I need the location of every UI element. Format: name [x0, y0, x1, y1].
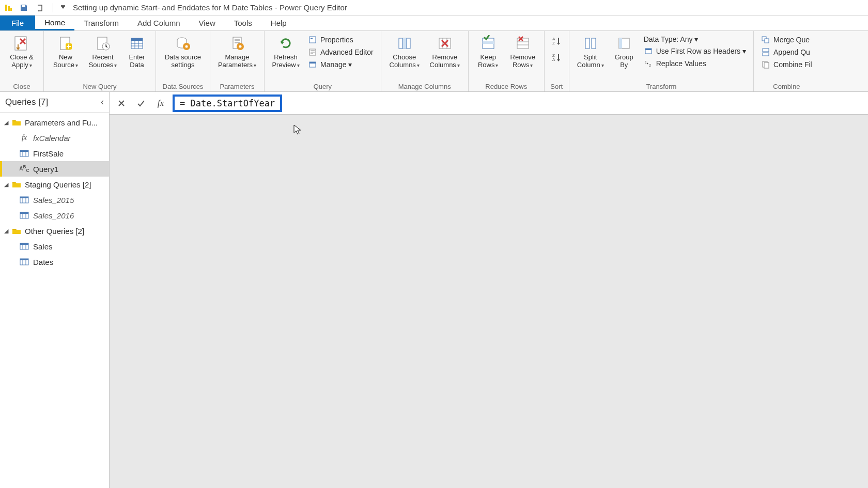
replace-values-icon: 12 [644, 59, 653, 68]
queries-pane: Queries [7] ‹ ◢Parameters and Fu...fxfxC… [0, 92, 110, 488]
tree-folder-label: Other Queries [2] [25, 227, 84, 235]
append-queries-button[interactable]: Append Qu [758, 46, 815, 58]
merge-queries-button[interactable]: Merge Que [758, 34, 815, 45]
properties-label: Properties [320, 36, 353, 44]
confirm-formula-button[interactable] [133, 96, 149, 111]
svg-rect-30 [309, 62, 316, 64]
refresh-preview-label: RefreshPreview▾ [272, 54, 299, 69]
recent-sources-label: RecentSources▾ [89, 54, 117, 69]
replace-values-button[interactable]: 12 Replace Values [641, 58, 749, 69]
fx-button[interactable]: fx [153, 96, 168, 111]
tree-item[interactable]: Sales_2016 [0, 208, 109, 223]
query-type-icon [19, 195, 30, 204]
remove-columns-button[interactable]: RemoveColumns▾ [426, 33, 464, 70]
group-query-label: Query [269, 82, 377, 90]
tab-file[interactable]: File [0, 15, 35, 30]
svg-rect-24 [311, 38, 313, 39]
app-icon [2, 2, 14, 14]
svg-rect-32 [402, 38, 407, 49]
query-type-icon [19, 149, 30, 158]
enter-data-button[interactable]: EnterData [122, 33, 151, 70]
tree-item[interactable]: Sales [0, 239, 109, 254]
choose-columns-label: ChooseColumns▾ [390, 54, 420, 69]
svg-rect-10 [131, 38, 143, 41]
data-source-settings-button[interactable]: Data sourcesettings [160, 33, 206, 70]
tree-item-label: Sales_2015 [33, 196, 74, 204]
merge-icon [761, 35, 770, 44]
group-reduce-rows-label: Reduce Rows [473, 82, 540, 90]
collapse-queries-button[interactable]: ‹ [101, 97, 104, 107]
tab-tools[interactable]: Tools [225, 15, 261, 30]
manage-parameters-icon [228, 34, 246, 53]
combine-files-button[interactable]: Combine Fil [758, 59, 815, 70]
svg-rect-48 [592, 38, 596, 49]
advanced-editor-button[interactable]: Advanced Editor [305, 46, 377, 58]
undo-button[interactable] [34, 2, 47, 14]
tree-item-label: Sales_2016 [33, 211, 74, 220]
data-source-settings-label: Data sourcesettings [165, 54, 201, 69]
tab-view[interactable]: View [190, 15, 225, 30]
data-type-label: Data Type: Any ▾ [644, 35, 699, 43]
tree-folder[interactable]: ◢Parameters and Fu... [0, 115, 109, 130]
svg-text:1: 1 [645, 60, 647, 64]
group-transform: SplitColumn▾ GroupBy Data Type: Any ▾ Us… [569, 31, 754, 91]
group-sort: AZ ZA Sort [545, 31, 569, 91]
preview-canvas [110, 115, 868, 488]
tree-item[interactable]: FirstSale [0, 146, 109, 161]
cancel-formula-button[interactable] [114, 96, 129, 111]
tree-item[interactable]: ABCQuery1 [0, 161, 109, 177]
group-transform-label: Transform [574, 82, 749, 90]
main-area: fx = Date.StartOfYear [110, 92, 868, 488]
new-source-button[interactable]: NewSource▾ [48, 33, 83, 70]
recent-sources-button[interactable]: RecentSources▾ [85, 33, 120, 70]
manage-button[interactable]: Manage ▾ [305, 59, 377, 70]
cursor-icon [293, 124, 302, 135]
choose-columns-icon [395, 34, 414, 53]
tree-item[interactable]: fxfxCalendar [0, 130, 109, 146]
keep-rows-button[interactable]: KeepRows▾ [473, 33, 504, 70]
choose-columns-button[interactable]: ChooseColumns▾ [385, 33, 424, 70]
split-column-button[interactable]: SplitColumn▾ [574, 33, 608, 70]
query-type-icon [19, 242, 30, 251]
group-by-button[interactable]: GroupBy [610, 33, 639, 70]
group-new-query: NewSource▾ RecentSources▾ EnterData New … [44, 31, 156, 91]
group-data-sources-label: Data Sources [160, 82, 206, 90]
recent-sources-icon [94, 34, 112, 53]
tree-folder[interactable]: ◢Other Queries [2] [0, 223, 109, 239]
first-row-headers-button[interactable]: Use First Row as Headers ▾ [641, 45, 749, 57]
manage-parameters-button[interactable]: ManageParameters▾ [214, 33, 260, 70]
group-reduce-rows: KeepRows▾ RemoveRows▾ Reduce Rows [469, 31, 545, 91]
properties-icon [308, 35, 317, 44]
tab-home[interactable]: Home [35, 15, 74, 30]
close-apply-button[interactable]: Close &Apply▾ [4, 33, 39, 70]
qat-dropdown[interactable] [59, 2, 67, 14]
sort-desc-button[interactable]: ZA [549, 50, 564, 65]
data-type-button[interactable]: Data Type: Any ▾ [641, 34, 749, 44]
svg-rect-78 [20, 259, 28, 260]
svg-rect-47 [585, 38, 590, 49]
tab-add-column[interactable]: Add Column [128, 15, 190, 30]
tab-transform[interactable]: Transform [74, 15, 128, 30]
tree-item-label: Dates [33, 258, 53, 266]
properties-button[interactable]: Properties [305, 34, 377, 45]
tree-item-label: FirstSale [33, 149, 64, 158]
svg-rect-70 [20, 212, 28, 214]
svg-rect-1 [8, 6, 10, 11]
enter-data-icon [128, 34, 146, 53]
save-button[interactable] [18, 2, 30, 14]
tree-folder[interactable]: ◢Staging Queries [2] [0, 177, 109, 192]
formula-input[interactable]: = Date.StartOfYear [173, 95, 282, 112]
quick-access-toolbar [18, 2, 67, 14]
ribbon-tabs: File Home Transform Add Column View Tool… [0, 15, 868, 31]
keep-rows-icon [479, 34, 498, 53]
queries-title: Queries [7] [5, 97, 48, 107]
refresh-preview-button[interactable]: RefreshPreview▾ [269, 33, 303, 70]
first-row-headers-label: Use First Row as Headers ▾ [656, 47, 746, 55]
tree-item[interactable]: Dates [0, 254, 109, 270]
svg-text:A: A [552, 57, 555, 62]
tab-help[interactable]: Help [261, 15, 296, 30]
sort-asc-button[interactable]: AZ [549, 33, 564, 49]
qat-separator [53, 3, 53, 12]
remove-rows-button[interactable]: RemoveRows▾ [506, 33, 540, 70]
tree-item[interactable]: Sales_2015 [0, 192, 109, 208]
